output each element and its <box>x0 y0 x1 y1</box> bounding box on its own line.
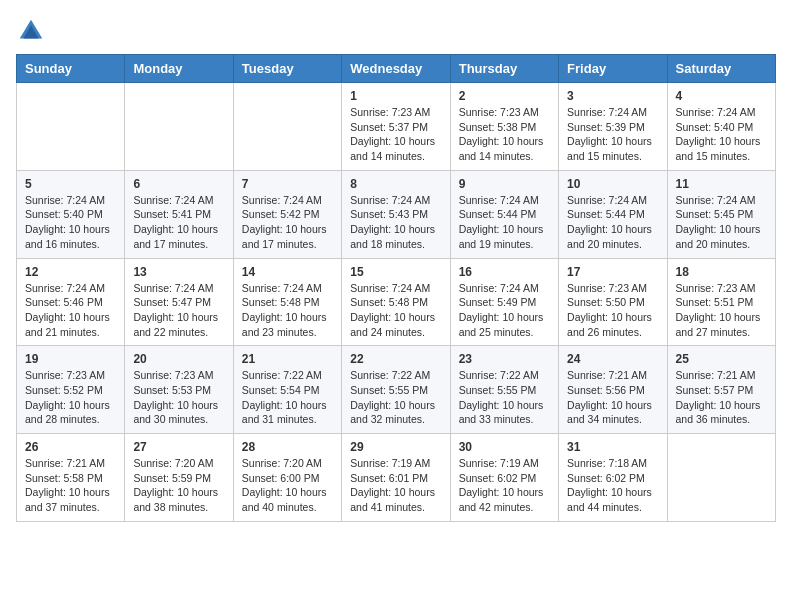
day-number: 16 <box>459 265 550 279</box>
day-cell: 26Sunrise: 7:21 AM Sunset: 5:58 PM Dayli… <box>17 434 125 522</box>
day-cell: 29Sunrise: 7:19 AM Sunset: 6:01 PM Dayli… <box>342 434 450 522</box>
weekday-header-saturday: Saturday <box>667 55 775 83</box>
week-row-2: 5Sunrise: 7:24 AM Sunset: 5:40 PM Daylig… <box>17 170 776 258</box>
day-number: 26 <box>25 440 116 454</box>
day-info: Sunrise: 7:24 AM Sunset: 5:46 PM Dayligh… <box>25 281 116 340</box>
day-number: 24 <box>567 352 658 366</box>
day-cell: 4Sunrise: 7:24 AM Sunset: 5:40 PM Daylig… <box>667 83 775 171</box>
day-info: Sunrise: 7:23 AM Sunset: 5:51 PM Dayligh… <box>676 281 767 340</box>
logo <box>16 16 50 46</box>
week-row-4: 19Sunrise: 7:23 AM Sunset: 5:52 PM Dayli… <box>17 346 776 434</box>
day-number: 17 <box>567 265 658 279</box>
day-cell: 18Sunrise: 7:23 AM Sunset: 5:51 PM Dayli… <box>667 258 775 346</box>
day-number: 23 <box>459 352 550 366</box>
day-number: 29 <box>350 440 441 454</box>
day-number: 1 <box>350 89 441 103</box>
day-number: 22 <box>350 352 441 366</box>
day-cell: 9Sunrise: 7:24 AM Sunset: 5:44 PM Daylig… <box>450 170 558 258</box>
weekday-header-monday: Monday <box>125 55 233 83</box>
day-cell: 25Sunrise: 7:21 AM Sunset: 5:57 PM Dayli… <box>667 346 775 434</box>
weekday-header-tuesday: Tuesday <box>233 55 341 83</box>
day-cell: 2Sunrise: 7:23 AM Sunset: 5:38 PM Daylig… <box>450 83 558 171</box>
day-cell: 10Sunrise: 7:24 AM Sunset: 5:44 PM Dayli… <box>559 170 667 258</box>
day-info: Sunrise: 7:20 AM Sunset: 6:00 PM Dayligh… <box>242 456 333 515</box>
day-info: Sunrise: 7:22 AM Sunset: 5:55 PM Dayligh… <box>459 368 550 427</box>
day-cell: 11Sunrise: 7:24 AM Sunset: 5:45 PM Dayli… <box>667 170 775 258</box>
day-number: 11 <box>676 177 767 191</box>
day-number: 31 <box>567 440 658 454</box>
day-number: 21 <box>242 352 333 366</box>
day-info: Sunrise: 7:24 AM Sunset: 5:42 PM Dayligh… <box>242 193 333 252</box>
day-info: Sunrise: 7:24 AM Sunset: 5:44 PM Dayligh… <box>459 193 550 252</box>
day-info: Sunrise: 7:23 AM Sunset: 5:50 PM Dayligh… <box>567 281 658 340</box>
day-info: Sunrise: 7:24 AM Sunset: 5:44 PM Dayligh… <box>567 193 658 252</box>
week-row-5: 26Sunrise: 7:21 AM Sunset: 5:58 PM Dayli… <box>17 434 776 522</box>
day-info: Sunrise: 7:22 AM Sunset: 5:55 PM Dayligh… <box>350 368 441 427</box>
weekday-header-friday: Friday <box>559 55 667 83</box>
day-number: 14 <box>242 265 333 279</box>
weekday-header-sunday: Sunday <box>17 55 125 83</box>
day-number: 8 <box>350 177 441 191</box>
day-number: 28 <box>242 440 333 454</box>
day-cell: 3Sunrise: 7:24 AM Sunset: 5:39 PM Daylig… <box>559 83 667 171</box>
day-cell: 7Sunrise: 7:24 AM Sunset: 5:42 PM Daylig… <box>233 170 341 258</box>
day-number: 20 <box>133 352 224 366</box>
day-number: 25 <box>676 352 767 366</box>
day-cell: 12Sunrise: 7:24 AM Sunset: 5:46 PM Dayli… <box>17 258 125 346</box>
day-cell: 5Sunrise: 7:24 AM Sunset: 5:40 PM Daylig… <box>17 170 125 258</box>
day-info: Sunrise: 7:24 AM Sunset: 5:48 PM Dayligh… <box>242 281 333 340</box>
day-number: 12 <box>25 265 116 279</box>
day-info: Sunrise: 7:23 AM Sunset: 5:38 PM Dayligh… <box>459 105 550 164</box>
day-cell: 17Sunrise: 7:23 AM Sunset: 5:50 PM Dayli… <box>559 258 667 346</box>
day-number: 18 <box>676 265 767 279</box>
day-info: Sunrise: 7:21 AM Sunset: 5:57 PM Dayligh… <box>676 368 767 427</box>
day-cell: 1Sunrise: 7:23 AM Sunset: 5:37 PM Daylig… <box>342 83 450 171</box>
weekday-header-thursday: Thursday <box>450 55 558 83</box>
day-info: Sunrise: 7:24 AM Sunset: 5:39 PM Dayligh… <box>567 105 658 164</box>
day-number: 27 <box>133 440 224 454</box>
day-number: 13 <box>133 265 224 279</box>
day-info: Sunrise: 7:21 AM Sunset: 5:58 PM Dayligh… <box>25 456 116 515</box>
calendar-table: SundayMondayTuesdayWednesdayThursdayFrid… <box>16 54 776 522</box>
day-cell <box>125 83 233 171</box>
day-cell: 19Sunrise: 7:23 AM Sunset: 5:52 PM Dayli… <box>17 346 125 434</box>
day-info: Sunrise: 7:23 AM Sunset: 5:37 PM Dayligh… <box>350 105 441 164</box>
day-cell: 24Sunrise: 7:21 AM Sunset: 5:56 PM Dayli… <box>559 346 667 434</box>
day-cell: 8Sunrise: 7:24 AM Sunset: 5:43 PM Daylig… <box>342 170 450 258</box>
day-cell <box>667 434 775 522</box>
day-info: Sunrise: 7:21 AM Sunset: 5:56 PM Dayligh… <box>567 368 658 427</box>
day-number: 4 <box>676 89 767 103</box>
day-info: Sunrise: 7:24 AM Sunset: 5:43 PM Dayligh… <box>350 193 441 252</box>
day-info: Sunrise: 7:20 AM Sunset: 5:59 PM Dayligh… <box>133 456 224 515</box>
day-cell: 23Sunrise: 7:22 AM Sunset: 5:55 PM Dayli… <box>450 346 558 434</box>
day-cell: 28Sunrise: 7:20 AM Sunset: 6:00 PM Dayli… <box>233 434 341 522</box>
day-number: 2 <box>459 89 550 103</box>
logo-icon <box>16 16 46 46</box>
day-number: 15 <box>350 265 441 279</box>
day-number: 5 <box>25 177 116 191</box>
day-info: Sunrise: 7:23 AM Sunset: 5:52 PM Dayligh… <box>25 368 116 427</box>
day-info: Sunrise: 7:24 AM Sunset: 5:48 PM Dayligh… <box>350 281 441 340</box>
weekday-header-row: SundayMondayTuesdayWednesdayThursdayFrid… <box>17 55 776 83</box>
day-cell: 16Sunrise: 7:24 AM Sunset: 5:49 PM Dayli… <box>450 258 558 346</box>
day-cell: 20Sunrise: 7:23 AM Sunset: 5:53 PM Dayli… <box>125 346 233 434</box>
day-number: 3 <box>567 89 658 103</box>
day-cell: 14Sunrise: 7:24 AM Sunset: 5:48 PM Dayli… <box>233 258 341 346</box>
week-row-1: 1Sunrise: 7:23 AM Sunset: 5:37 PM Daylig… <box>17 83 776 171</box>
day-info: Sunrise: 7:22 AM Sunset: 5:54 PM Dayligh… <box>242 368 333 427</box>
day-number: 9 <box>459 177 550 191</box>
day-cell: 6Sunrise: 7:24 AM Sunset: 5:41 PM Daylig… <box>125 170 233 258</box>
day-cell <box>233 83 341 171</box>
weekday-header-wednesday: Wednesday <box>342 55 450 83</box>
day-cell: 31Sunrise: 7:18 AM Sunset: 6:02 PM Dayli… <box>559 434 667 522</box>
day-cell: 15Sunrise: 7:24 AM Sunset: 5:48 PM Dayli… <box>342 258 450 346</box>
day-info: Sunrise: 7:19 AM Sunset: 6:01 PM Dayligh… <box>350 456 441 515</box>
day-number: 19 <box>25 352 116 366</box>
day-info: Sunrise: 7:24 AM Sunset: 5:40 PM Dayligh… <box>25 193 116 252</box>
day-cell: 13Sunrise: 7:24 AM Sunset: 5:47 PM Dayli… <box>125 258 233 346</box>
day-number: 7 <box>242 177 333 191</box>
day-info: Sunrise: 7:24 AM Sunset: 5:40 PM Dayligh… <box>676 105 767 164</box>
day-info: Sunrise: 7:19 AM Sunset: 6:02 PM Dayligh… <box>459 456 550 515</box>
day-info: Sunrise: 7:24 AM Sunset: 5:41 PM Dayligh… <box>133 193 224 252</box>
day-info: Sunrise: 7:24 AM Sunset: 5:47 PM Dayligh… <box>133 281 224 340</box>
